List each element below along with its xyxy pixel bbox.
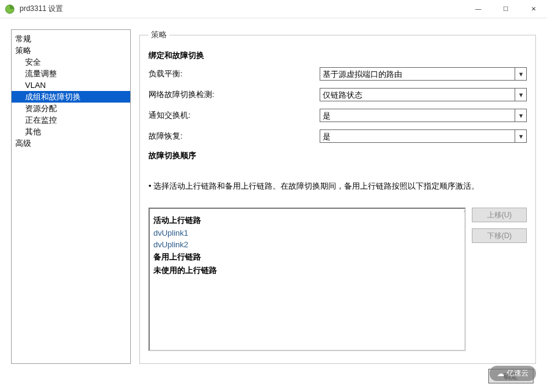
uplink-item[interactable]: dvUplink2 [150, 239, 464, 250]
failover-description: 选择活动上行链路和备用上行链路。在故障切换期间，备用上行链路按照以下指定顺序激活… [149, 181, 527, 192]
load-balancing-label: 负载平衡: [149, 68, 320, 79]
vsphere-icon [5, 4, 15, 14]
nav-item[interactable]: 策略 [12, 45, 130, 56]
nav-item[interactable]: 常规 [12, 33, 130, 45]
failover-order-header: 故障切换顺序 [149, 150, 527, 161]
watermark: ☁ 亿速云 [490, 366, 536, 381]
teaming-header: 绑定和故障切换 [149, 50, 527, 61]
nav-item[interactable]: 资源分配 [12, 103, 130, 114]
failure-detection-select[interactable]: 仅链路状态 [320, 88, 527, 101]
load-balancing-select[interactable]: 基于源虚拟端口的路由 [320, 67, 527, 81]
cloud-icon: ☁ [497, 369, 504, 378]
settings-nav-tree[interactable]: 常规策略安全流量调整VLAN成组和故障切换资源分配正在监控其他高级 [11, 29, 131, 364]
policy-fieldset: 策略 绑定和故障切换 负载平衡: 基于源虚拟端口的路由 ▼ 网络故障切换检测: … [139, 29, 536, 364]
titlebar: prd3311 设置 — ☐ ✕ [0, 0, 547, 18]
failback-label: 故障恢复: [149, 131, 320, 142]
nav-item[interactable]: VLAN [12, 79, 130, 91]
move-up-button[interactable]: 上移(U) [472, 208, 527, 222]
failback-select[interactable]: 是 [320, 129, 527, 143]
move-down-button[interactable]: 下移(D) [472, 228, 527, 243]
nav-item[interactable]: 高级 [12, 137, 130, 149]
nav-item[interactable]: 其他 [12, 126, 130, 137]
uplink-group-label: 未使用的上行链路 [150, 264, 464, 277]
window-controls: — ☐ ✕ [464, 0, 547, 18]
window-title: prd3311 设置 [20, 4, 464, 14]
notify-switches-label: 通知交换机: [149, 110, 320, 121]
nav-item[interactable]: 流量调整 [12, 68, 130, 79]
close-button[interactable]: ✕ [519, 0, 547, 18]
uplink-group-label: 备用上行链路 [150, 250, 464, 264]
nav-item[interactable]: 成组和故障切换 [12, 91, 130, 103]
policy-legend: 策略 [149, 29, 169, 40]
maximize-button[interactable]: ☐ [492, 0, 519, 18]
failure-detection-label: 网络故障切换检测: [149, 89, 320, 100]
nav-item[interactable]: 安全 [12, 56, 130, 68]
uplink-group-label: 活动上行链路 [150, 214, 464, 227]
minimize-button[interactable]: — [464, 0, 492, 18]
uplink-item[interactable]: dvUplink1 [150, 227, 464, 239]
notify-switches-select[interactable]: 是 [320, 109, 527, 122]
uplink-list[interactable]: 活动上行链路dvUplink1dvUplink2备用上行链路未使用的上行链路 [149, 208, 466, 351]
nav-item[interactable]: 正在监控 [12, 114, 130, 126]
